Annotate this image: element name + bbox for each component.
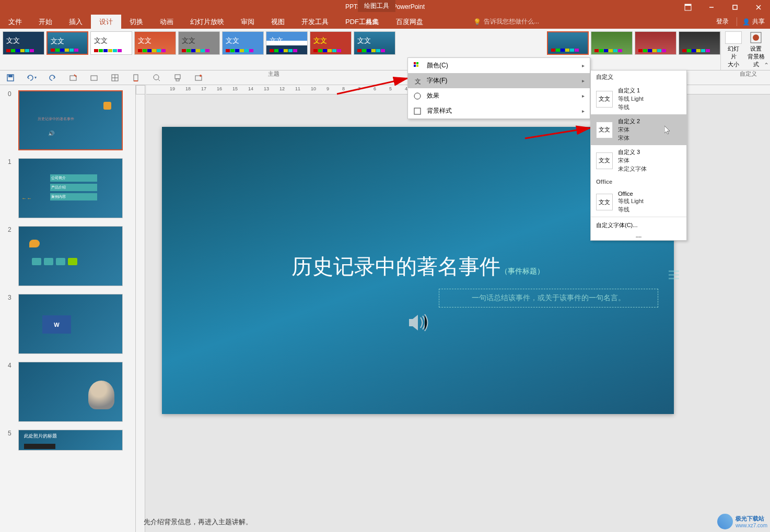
slide-thumb-5[interactable]: 此处照片的标题 [18,430,123,451]
tab-design[interactable]: 设计 [91,15,121,29]
font-office[interactable]: 文文 Office 等线 Light 等线 [591,187,686,217]
svg-rect-29 [176,79,179,81]
tab-insert[interactable]: 插入 [61,15,91,29]
variant-green[interactable] [591,31,633,55]
chevron-right-icon: ▸ [582,93,585,99]
slide-title[interactable]: 历史记录中的著名事件（事件标题） [162,252,674,281]
svg-rect-24 [134,75,138,81]
tell-me-input[interactable]: 💡 告诉我您想做什么... [473,17,539,26]
qat-btn-5[interactable] [89,73,99,83]
svg-rect-28 [175,75,180,79]
dropdown-colors[interactable]: 颜色(C) ▸ [408,58,590,73]
customize-group: 幻灯片 大小 设置 背景格式 自定义 [720,31,767,70]
minimize-icon[interactable] [699,0,723,15]
resize-grip-icon[interactable]: •••• [591,233,686,240]
tab-developer[interactable]: 开发工具 [293,15,337,29]
chevron-right-icon: ▸ [582,78,585,84]
dropdown-bg-styles[interactable]: 背景样式 ▸ [408,103,590,119]
theme-red[interactable]: 文文 [310,31,352,55]
vertical-ruler[interactable] [136,94,145,532]
slide-thumb-3[interactable]: W [18,294,123,354]
qat-btn-4[interactable] [68,73,78,83]
ribbon-tabs: 文件 开始 插入 设计 切换 动画 幻灯片放映 审阅 视图 开发工具 PDF工具… [0,15,770,29]
fonts-submenu: 自定义 文文 自定义 1 等线 Light 等线 文文 自定义 2 宋体 宋体 … [590,70,687,241]
ribbon-options-icon[interactable] [676,0,699,15]
qat-btn-7[interactable] [131,73,141,83]
svg-rect-14 [414,108,421,114]
svg-rect-1 [685,4,691,6]
slide-thumb-4[interactable] [18,362,123,422]
tab-review[interactable]: 审阅 [232,15,263,29]
tab-home[interactable]: 开始 [30,15,61,29]
tab-animations[interactable]: 动画 [151,15,182,29]
dropdown-fonts[interactable]: 文 字体(F) ▸ [408,73,590,88]
tab-baidu[interactable]: 百度网盘 [388,15,431,29]
slide-thumb-0[interactable]: 历史记录中的著名事件 🔊 [18,90,123,150]
qat-btn-10[interactable] [193,73,204,83]
maximize-icon[interactable] [723,0,746,15]
font-custom3[interactable]: 文文 自定义 3 宋体 未定义字体 [591,145,686,176]
slide-item-4[interactable]: 4 [8,362,127,422]
font-custom2[interactable]: 文文 自定义 2 宋体 宋体 [591,114,686,145]
themes-group-label: 主题 [268,70,279,78]
slide-item-1[interactable]: 1 公司简介 产品介绍 案例内容 ←← [8,158,127,218]
tab-view[interactable]: 视图 [263,15,293,29]
watermark: 极光下载站 www.xz7.com [717,514,767,529]
tab-transitions[interactable]: 切换 [121,15,151,29]
tab-format[interactable]: 格式 [358,15,386,30]
collapse-ribbon-icon[interactable]: ⌃ [764,62,769,69]
theme-teal[interactable]: 文文 [46,31,88,55]
theme-light-blue[interactable]: 文文 [222,31,264,55]
font-custom1[interactable]: 文文 自定义 1 等线 Light 等线 [591,84,686,114]
slide-panel[interactable]: 0 历史记录中的著名事件 🔊 1 公司简介 产品介绍 案例内容 ←← 2 [0,85,136,532]
qat-btn-9[interactable] [172,73,183,83]
login-link[interactable]: 登录 [716,17,729,26]
slide-thumb-1[interactable]: 公司简介 产品介绍 案例内容 ←← [18,158,123,218]
qat-btn-8[interactable] [151,73,162,83]
qat-btn-6[interactable] [110,73,120,83]
drawing-tools-label: 绘图工具 [358,0,395,12]
effects-icon [413,92,422,100]
decoration-right [666,268,682,289]
variant-teal[interactable] [547,31,589,55]
redo-button[interactable] [47,73,57,83]
colors-icon [413,62,422,70]
undo-button[interactable]: ▾ [26,73,37,83]
chevron-right-icon: ▸ [582,108,585,114]
theme-dark-blue[interactable]: 文文 [3,31,44,55]
ruler-corner[interactable] [136,85,145,94]
slide-subtitle-textbox[interactable]: 一句话总结该事件，或关于该事件的一句名言。 [439,289,658,308]
theme-teal2[interactable]: 文文 [354,31,395,55]
slide-item-0[interactable]: 0 历史记录中的著名事件 🔊 [8,90,127,150]
audio-icon[interactable] [405,310,431,336]
submenu-office-header: Office [591,176,686,187]
slide-item-3[interactable]: 3 W [8,294,127,354]
svg-rect-32 [669,270,679,272]
slide-item-2[interactable]: 2 [8,226,127,286]
theme-white[interactable]: 文文 [90,31,132,55]
fonts-icon: 文 [413,77,422,85]
tab-slideshow[interactable]: 幻灯片放映 [182,15,232,29]
theme-blue-stripe[interactable]: 文文 [266,31,308,55]
variant-red[interactable] [635,31,676,55]
slide-thumb-2[interactable] [18,226,123,286]
close-icon[interactable] [746,0,770,15]
slide-size-button[interactable]: 幻灯片 大小 [725,31,742,70]
notes-text[interactable]: 先介绍背景信息，再进入主题讲解。 [144,517,252,527]
save-button[interactable] [5,73,16,83]
theme-gray[interactable]: 文文 [178,31,220,55]
theme-orange[interactable]: 文文 [134,31,176,55]
share-button[interactable]: 👤 共享 [737,17,765,26]
svg-rect-34 [669,278,679,279]
slide-item-5[interactable]: 5 此处照片的标题 [8,430,127,451]
variant-dark[interactable] [679,31,720,55]
customize-group-label: 自定义 [740,70,757,78]
svg-rect-8 [414,62,416,64]
font-preview-icon: 文文 [596,194,613,210]
tab-file[interactable]: 文件 [0,15,30,29]
slide-size-icon [725,31,742,44]
dropdown-effects[interactable]: 效果 ▸ [408,88,590,103]
share-icon: 👤 [742,18,750,26]
customize-fonts-link[interactable]: 自定义字体(C)... [591,217,686,233]
variants-dropdown: 颜色(C) ▸ 文 字体(F) ▸ 效果 ▸ 背景样式 ▸ [407,57,590,119]
